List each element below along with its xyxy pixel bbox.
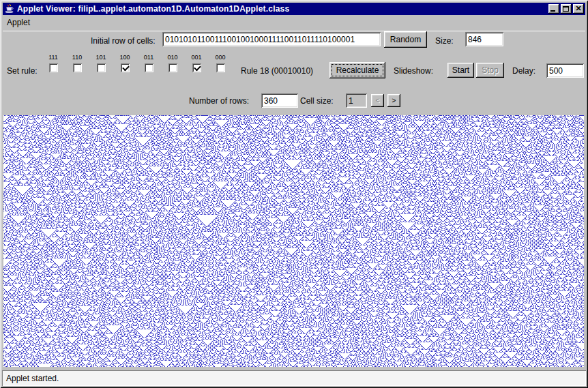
number-of-rows-input[interactable]	[261, 93, 298, 108]
rule-checkbox-000[interactable]	[216, 63, 225, 72]
stop-button[interactable]: Stop	[476, 63, 504, 78]
rule-bit-label: 010	[161, 54, 184, 61]
menu-applet[interactable]: Applet	[3, 15, 34, 30]
rule-checkbox-group-001: 001	[185, 54, 208, 76]
rule-checkbox-group-000: 000	[209, 54, 232, 76]
minimize-icon[interactable]	[548, 4, 559, 14]
applet-viewer-window: Applet Viewer: filipL.applet.automaton1D…	[0, 0, 588, 388]
rule-checkbox-group-110: 110	[65, 54, 89, 76]
rule-bit-label: 110	[65, 54, 89, 61]
rule-checkbox-group-011: 011	[137, 54, 160, 76]
java-coffee-cup-icon	[4, 4, 15, 14]
rule-bit-label: 101	[89, 54, 113, 61]
rule-bit-label: 001	[185, 54, 208, 61]
rule-bit-label: 011	[137, 54, 160, 61]
initial-row-label: Initial row of cells:	[91, 36, 156, 46]
rule-bit-label: 100	[113, 54, 136, 61]
status-text: Applet started.	[6, 374, 59, 383]
rule-checkbox-011[interactable]	[145, 63, 153, 72]
cell-size-input[interactable]	[346, 93, 367, 108]
rule-checkbox-group-111: 111	[42, 54, 65, 76]
rule-bit-label: 111	[42, 54, 65, 61]
rule-checkbox-110[interactable]	[73, 63, 82, 72]
rule-checkbox-group-100: 100	[113, 54, 136, 76]
rule-number-text: Rule 18 (00010010)	[241, 66, 313, 76]
slideshow-label: Slideshow:	[394, 66, 433, 76]
number-of-rows-label: Number of rows:	[189, 96, 249, 106]
rule-checkbox-100[interactable]	[121, 63, 130, 72]
start-button[interactable]: Start	[447, 63, 474, 78]
menu-bar: Applet	[3, 15, 585, 31]
automaton-canvas	[3, 115, 584, 367]
rule-checkbox-101[interactable]	[97, 63, 106, 72]
title-bar[interactable]: Applet Viewer: filipL.applet.automaton1D…	[3, 3, 585, 15]
rule-checkbox-111[interactable]	[49, 63, 58, 72]
cell-size-increase-button[interactable]: >	[387, 94, 400, 107]
delay-label: Delay:	[512, 66, 535, 76]
recalculate-button[interactable]: Recalculate	[329, 62, 385, 78]
rule-checkbox-group-101: 101	[89, 54, 113, 76]
cell-size-decrease-button[interactable]: <	[371, 94, 384, 107]
initial-row-input[interactable]	[162, 32, 381, 46]
automaton-display-panel	[3, 115, 584, 367]
rule-checkbox-group-010: 010	[161, 54, 184, 76]
window-title: Applet Viewer: filipL.applet.automaton1D…	[17, 4, 548, 14]
cell-size-label: Cell size:	[300, 96, 334, 106]
rule-checkbox-010[interactable]	[168, 63, 177, 72]
random-button[interactable]: Random	[384, 31, 427, 48]
size-input[interactable]	[465, 32, 503, 46]
close-icon[interactable]: ✕	[573, 4, 584, 14]
set-rule-label: Set rule:	[7, 66, 38, 76]
status-bar: Applet started.	[2, 370, 586, 386]
rule-checkbox-001[interactable]	[192, 63, 201, 72]
window-controls: ✕	[548, 4, 584, 14]
rule-bit-label: 000	[209, 54, 232, 61]
delay-input[interactable]	[546, 63, 584, 78]
size-label: Size:	[435, 36, 454, 46]
maximize-icon[interactable]	[561, 4, 572, 14]
